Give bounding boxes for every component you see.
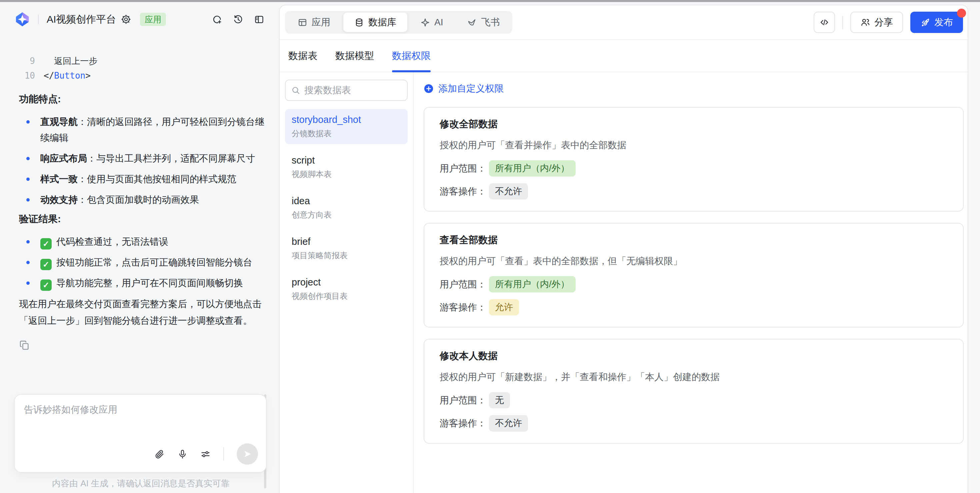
microphone-icon[interactable] [177,449,188,459]
rocket-icon [920,17,930,27]
assistant-panel: AI视频创作平台 应用 9 返回上一步 10 </Button> 功能特点: 直… [0,2,282,493]
guest-badge: 不允许 [489,183,528,200]
guest-row: 游客操作： 不允许 [440,415,948,431]
permission-card: 查看全部数据 授权的用户可「查看」表中的全部数据，但「无编辑权限」 用户范围： … [424,223,964,327]
permission-title: 修改本人数据 [440,349,948,363]
grid-icon [298,17,307,27]
view-code-button[interactable] [814,12,835,33]
user-scope-row: 用户范围： 无 [440,392,948,408]
copy-icon[interactable] [19,340,30,350]
validation-heading: 验证结果: [19,212,266,226]
ai-disclaimer: 内容由 AI 生成，请确认返回消息是否真实可靠 [0,478,282,489]
publish-button[interactable]: 发布 [910,12,963,33]
table-item-script[interactable]: script 视频脚本表 [285,149,408,185]
table-item-idea[interactable]: idea 创意方向表 [285,190,408,225]
code-line: 10 </Button> [19,68,263,83]
feature-item: 样式一致：使用与页面其他按钮相同的样式规范 [19,171,266,187]
closing-paragraph: 现在用户在最终交付页面查看完整方案后，可以方便地点击「返回上一步」回到智能分镜台… [19,296,266,329]
permission-desc: 授权的用户可「查看并操作」表中的全部数据 [440,139,948,152]
permission-card: 修改全部数据 授权的用户可「查看并操作」表中的全部数据 用户范围： 所有用户（内… [424,107,964,211]
mode-tab-应用[interactable]: 应用 [287,13,341,32]
table-item-brief[interactable]: brief 项目策略简报表 [285,231,408,266]
tab-数据模型[interactable]: 数据模型 [335,40,374,71]
settings-sliders-icon[interactable] [200,449,211,459]
search-input[interactable] [304,85,402,96]
notification-dot [957,9,966,17]
line-number: 10 [19,68,35,83]
mode-tab-AI[interactable]: AI [409,13,454,32]
chat-input-card [14,394,267,473]
attachment-icon[interactable] [154,449,165,459]
validation-list: ✓代码检查通过，无语法错误✓按钮功能正常，点击后可正确跳转回智能分镜台✓导航功能… [19,234,266,291]
share-button[interactable]: 分享 [850,12,903,33]
tab-数据权限[interactable]: 数据权限 [392,40,431,71]
features-heading: 功能特点: [19,93,266,106]
permission-card: 修改本人数据 授权的用户可「新建数据」，并「查看和操作」「本人」创建的数据 用户… [424,339,964,443]
code-snippet: 9 返回上一步 10 </Button> [19,47,263,90]
permission-desc: 授权的用户可「新建数据」，并「查看和操作」「本人」创建的数据 [440,371,948,384]
user-scope-badge: 无 [489,392,510,408]
permissions-panel: 添加自定义权限 修改全部数据 授权的用户可「查看并操作」表中的全部数据 用户范围… [414,72,968,493]
line-number: 9 [19,54,35,68]
code-icon [819,17,829,27]
code-line: 9 返回上一步 [19,54,263,68]
preview-card: 应用 数据库 AI 飞书 分享 发布 数据表 [279,5,968,493]
tools-divider [223,447,224,461]
permission-desc: 授权的用户可「查看」表中的全部数据，但「无编辑权限」 [440,255,948,268]
user-scope-badge: 所有用户（内/外） [489,160,576,176]
plus-circle-icon [424,84,434,94]
guest-row: 游客操作： 允许 [440,299,948,315]
add-permission-link[interactable]: 添加自定义权限 [424,82,504,95]
validation-item: ✓按钮功能正常，点击后可正确跳转回智能分镜台 [19,255,266,271]
people-icon [860,17,870,27]
check-icon: ✓ [40,238,52,249]
permission-title: 修改全部数据 [440,117,948,131]
send-icon [243,449,252,459]
header-divider [38,14,39,24]
user-scope-row: 用户范围： 所有用户（内/外） [440,160,948,176]
guest-badge: 不允许 [489,415,528,431]
gear-icon[interactable] [121,14,131,25]
mode-tab-数据库[interactable]: 数据库 [343,13,407,32]
table-item-storyboard_shot[interactable]: storyboard_shot 分镜数据表 [285,109,408,144]
new-chat-icon[interactable] [212,14,222,25]
database-tabs: 数据表 数据模型 数据权限 [280,40,968,72]
chat-input[interactable] [24,403,257,439]
app-type-badge: 应用 [140,13,166,26]
sparkle-icon [420,17,430,27]
app-logo-icon [15,12,30,27]
permission-card-list: 修改全部数据 授权的用户可「查看并操作」表中的全部数据 用户范围： 所有用户（内… [424,107,964,444]
app-header: AI视频创作平台 应用 [0,2,282,36]
permission-title: 查看全部数据 [440,233,948,247]
table-item-project[interactable]: project 视频创作项目表 [285,271,408,307]
collapse-panel-icon[interactable] [254,14,264,25]
tab-数据表[interactable]: 数据表 [288,40,317,71]
send-button[interactable] [237,443,258,465]
feishu-icon [467,17,477,27]
user-scope-badge: 所有用户（内/外） [489,276,576,292]
feature-item: 响应式布局：与导出工具栏并列，适配不同屏幕尺寸 [19,151,266,166]
preview-toolbar: 应用 数据库 AI 飞书 分享 发布 [280,5,968,40]
guest-row: 游客操作： 不允许 [440,183,948,200]
history-icon[interactable] [233,14,243,25]
mode-switcher: 应用 数据库 AI 飞书 [285,11,512,34]
toolbar-divider [842,16,843,29]
page-title: AI视频创作平台 [47,13,116,26]
active-tab-underline [392,70,431,72]
check-icon: ✓ [40,279,52,291]
validation-item: ✓导航功能完整，用户可在不同页面间顺畅切换 [19,275,266,291]
table-list-column: storyboard_shot 分镜数据表 script 视频脚本表 idea … [280,72,414,493]
guest-badge: 允许 [489,299,519,315]
validation-item: ✓代码检查通过，无语法错误 [19,234,266,250]
feature-item: 动效支持：包含页面加载时的动画效果 [19,192,266,208]
user-scope-row: 用户范围： 所有用户（内/外） [440,276,948,292]
search-icon [291,86,300,95]
table-list: storyboard_shot 分镜数据表 script 视频脚本表 idea … [285,109,408,307]
check-icon: ✓ [40,259,52,270]
feature-item: 直观导航：清晰的返回路径，用户可轻松回到分镜台继续编辑 [19,114,266,146]
database-icon [354,17,364,27]
feature-list: 直观导航：清晰的返回路径，用户可轻松回到分镜台继续编辑响应式布局：与导出工具栏并… [19,114,266,208]
mode-tab-飞书[interactable]: 飞书 [456,13,511,32]
table-search [285,79,408,101]
assistant-message: 功能特点: 直观导航：清晰的返回路径，用户可轻松回到分镜台继续编辑响应式布局：与… [19,93,266,353]
